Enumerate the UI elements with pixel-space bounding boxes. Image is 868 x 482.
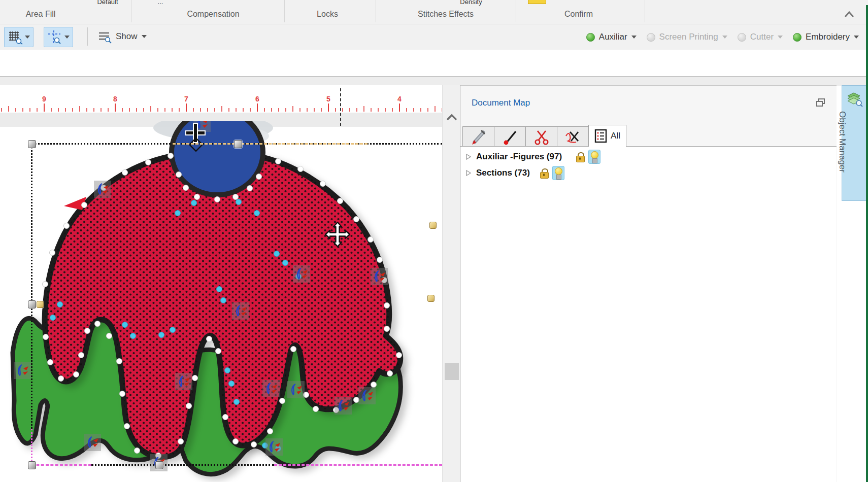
tab-all[interactable]: All: [588, 125, 626, 147]
tab-all-label: All: [611, 131, 620, 141]
tab-trim[interactable]: [557, 126, 589, 147]
workspace-top-strip: [0, 76, 868, 86]
anchor-handle[interactable]: [427, 295, 435, 302]
svg-text:8: 8: [113, 95, 117, 103]
mode-label: Auxiliar: [599, 32, 627, 42]
object-manager-label: Object Manager: [837, 111, 847, 173]
trim-marker[interactable]: [371, 268, 388, 285]
window-edge: [866, 5, 868, 482]
document-map-panel: Document Map: [460, 85, 837, 482]
embroidery-artwork[interactable]: [0, 121, 442, 482]
ribbon-group-separator: [376, 0, 376, 22]
scroll-up-icon: [445, 112, 458, 125]
grid-toggle-button[interactable]: [4, 27, 34, 47]
trim-marker[interactable]: [265, 438, 283, 456]
guides-toggle-button[interactable]: [44, 27, 73, 47]
selection-handle[interactable]: [234, 140, 242, 148]
mode-toggle-screen-printing[interactable]: Screen Printing: [647, 32, 727, 42]
anchor-handle[interactable]: [37, 301, 44, 308]
tree-row-sections[interactable]: Sections (73): [466, 167, 564, 179]
trim-marker[interactable]: [335, 397, 352, 415]
mode-label: Cutter: [750, 32, 774, 42]
grid-dropdown-caret[interactable]: [25, 36, 30, 39]
show-dropdown-caret[interactable]: [142, 35, 147, 38]
trim-marker[interactable]: [175, 373, 192, 390]
canvas-vertical-scrollbar[interactable]: [442, 85, 460, 482]
trim-marker[interactable]: [232, 302, 249, 320]
ribbon-group-compensation[interactable]: Compensation: [187, 10, 239, 19]
trim-marker[interactable]: [358, 387, 376, 404]
tree-row-auxiliar-figures[interactable]: Auxiliar -Figures (97): [466, 151, 600, 163]
selection-handle[interactable]: [28, 461, 36, 469]
ribbon-group-confirm[interactable]: Confirm: [564, 10, 593, 19]
trim-marker[interactable]: [94, 181, 111, 198]
mode-label: Embroidery: [806, 32, 850, 42]
trim-marker[interactable]: [287, 381, 305, 398]
object-manager-icon: [846, 90, 863, 107]
panel-content: Auxiliar -Figures (97) Sections (73): [461, 147, 836, 482]
needle-icon: [502, 129, 519, 145]
mode-toggle-cutter[interactable]: Cutter: [738, 32, 783, 42]
mode-toggle-embroidery[interactable]: Embroidery: [793, 32, 859, 42]
ribbon-partial-swatch[interactable]: [528, 0, 546, 4]
design-canvas[interactable]: 987654: [0, 85, 442, 482]
mode-dropdown-caret[interactable]: [631, 36, 637, 39]
guides-icon: [47, 29, 62, 45]
mode-toggle-auxiliar[interactable]: Auxiliar: [586, 32, 637, 42]
svg-text:5: 5: [326, 95, 330, 103]
lock-icon[interactable]: [540, 168, 548, 178]
visibility-bulb-icon[interactable]: [588, 150, 600, 164]
mode-status-dot: [647, 33, 655, 42]
scissors-red-icon: [532, 129, 551, 145]
toolbar: Show AuxiliarScreen PrintingCutterEmbroi…: [0, 24, 868, 50]
panel-title: Document Map: [472, 98, 530, 108]
tab-scissors[interactable]: [525, 126, 557, 147]
expander-icon[interactable]: [466, 154, 471, 160]
float-window-icon[interactable]: [816, 98, 826, 107]
pencil-icon: [470, 129, 487, 145]
ruler-cursor-line: [340, 88, 341, 126]
ribbon-group-stitches-effects[interactable]: Stitches Effects: [418, 10, 474, 19]
svg-text:7: 7: [184, 95, 188, 103]
scissors-thread-icon: [564, 129, 582, 145]
trim-marker[interactable]: [14, 362, 31, 379]
expander-icon[interactable]: [466, 170, 471, 176]
ribbon-group-area-fill[interactable]: Area Fill: [26, 10, 56, 19]
mode-dropdown-caret[interactable]: [778, 36, 783, 39]
ribbon-group-locks[interactable]: Locks: [317, 10, 338, 19]
selection-handle[interactable]: [155, 461, 163, 469]
scrollbar-thumb[interactable]: [445, 363, 459, 380]
show-icon: [97, 29, 112, 44]
ruler-ticks: 987654: [0, 90, 442, 113]
ribbon-collapse-button[interactable]: [843, 10, 856, 19]
tree-item-label[interactable]: Auxiliar -Figures (97): [476, 152, 562, 162]
show-label: Show: [114, 31, 140, 42]
mode-label: Screen Printing: [659, 32, 718, 42]
list-all-icon: [594, 129, 608, 143]
scrollbar-up-button[interactable]: [445, 112, 458, 125]
selection-handle[interactable]: [28, 140, 36, 148]
tab-pencil[interactable]: [462, 126, 494, 147]
ribbon-group-separator: [645, 0, 645, 22]
lock-icon[interactable]: [576, 152, 584, 162]
trim-marker[interactable]: [84, 434, 101, 451]
tree-item-label[interactable]: Sections (73): [476, 168, 530, 178]
object-manager-tab[interactable]: Object Manager: [842, 85, 866, 201]
visibility-bulb-icon[interactable]: [552, 166, 564, 180]
ribbon-partial-ellipsis[interactable]: ...: [158, 0, 163, 6]
trim-marker[interactable]: [262, 380, 280, 397]
mode-toggles: AuxiliarScreen PrintingCutterEmbroidery: [586, 24, 859, 50]
restore-icon: [816, 98, 826, 107]
toolbar-separator: [87, 27, 88, 46]
trim-marker[interactable]: [293, 265, 310, 283]
anchor-handle[interactable]: [429, 222, 437, 229]
mode-status-dot: [586, 33, 595, 42]
mode-dropdown-caret[interactable]: [854, 36, 859, 39]
mode-status-dot: [738, 33, 746, 42]
tab-needle[interactable]: [494, 126, 526, 147]
panel-tab-strip: All: [460, 126, 837, 147]
show-button[interactable]: Show: [94, 27, 150, 46]
mode-dropdown-caret[interactable]: [722, 36, 727, 39]
selection-handle[interactable]: [28, 300, 36, 308]
guides-dropdown-caret[interactable]: [64, 36, 70, 39]
